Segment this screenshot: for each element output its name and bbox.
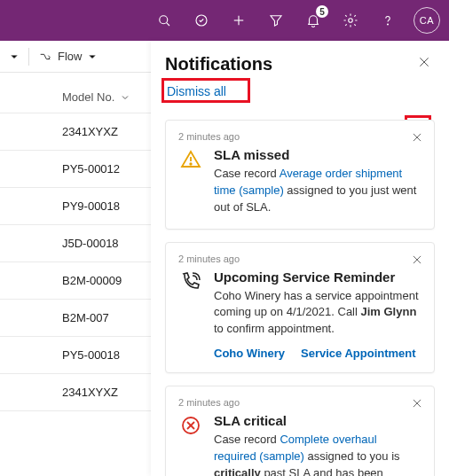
warning-icon (178, 147, 203, 216)
card-timestamp: 2 minutes ago (178, 131, 421, 142)
divider (28, 48, 29, 66)
notification-card-sla-missed: 2 minutes ago SLA missed Case record Ave… (165, 120, 435, 230)
dismiss-all-link[interactable]: Dismiss all (165, 81, 239, 104)
card-body-text: Case record Complete overhaul required (… (214, 432, 421, 476)
card-action-link[interactable]: Service Appointment (301, 347, 416, 360)
dismiss-card-button[interactable] (409, 395, 425, 411)
panel-title: Notifications (165, 54, 272, 74)
svg-point-0 (160, 16, 168, 24)
dismiss-card-button[interactable] (409, 252, 425, 268)
app-topbar: 5 CA (0, 0, 449, 41)
table-row[interactable]: PY5-00018 (0, 336, 151, 373)
task-icon[interactable] (186, 5, 217, 35)
close-panel-button[interactable] (414, 51, 435, 77)
dismiss-card-button[interactable] (409, 129, 425, 145)
search-icon[interactable] (149, 5, 179, 35)
add-icon[interactable] (224, 5, 254, 35)
table-row[interactable]: 2341XYXZ (0, 113, 151, 150)
filter-icon[interactable] (261, 5, 291, 35)
table-row[interactable]: 2341XYXZ (0, 373, 151, 411)
notification-card-service-reminder: 2 minutes ago Upcoming Service Reminder … (165, 242, 435, 374)
data-grid: Model No. 2341XYXZ PY5-00012 PY9-00018 J… (0, 73, 151, 411)
card-timestamp: 2 minutes ago (178, 397, 421, 408)
bell-icon[interactable]: 5 (298, 5, 328, 35)
table-row[interactable]: PY5-00012 (0, 150, 151, 187)
phone-icon (178, 269, 203, 361)
svg-line-1 (167, 23, 169, 26)
column-header-model-no[interactable]: Model No. (0, 73, 151, 113)
svg-point-6 (388, 24, 389, 25)
contact-name: Jim Glynn (361, 305, 417, 318)
card-timestamp: 2 minutes ago (178, 254, 421, 264)
card-title: Upcoming Service Reminder (214, 269, 421, 285)
flow-menu[interactable]: Flow (38, 50, 98, 64)
card-body-text: Case record Average order shipment time … (214, 166, 421, 216)
help-icon[interactable] (373, 5, 403, 35)
table-row[interactable]: B2M-00009 (0, 261, 151, 299)
avatar-initials: CA (420, 15, 434, 26)
flow-label: Flow (58, 50, 82, 63)
card-action-link[interactable]: Coho Winery (214, 347, 285, 360)
svg-point-12 (190, 163, 192, 165)
notification-badge: 5 (316, 5, 328, 18)
view-switcher[interactable] (9, 51, 20, 62)
svg-point-5 (349, 19, 353, 23)
table-row[interactable]: B2M-007 (0, 299, 151, 336)
card-title: SLA missed (214, 147, 421, 162)
table-row[interactable]: PY9-00018 (0, 187, 151, 224)
error-icon (178, 413, 203, 476)
settings-icon[interactable] (335, 5, 366, 35)
avatar[interactable]: CA (414, 7, 440, 34)
table-row[interactable]: J5D-00018 (0, 224, 151, 261)
notifications-panel: Notifications Dismiss all 2 minutes ago … (151, 41, 449, 476)
card-title: SLA critical (214, 413, 421, 428)
notification-card-sla-critical: 2 minutes ago SLA critical Case record C… (165, 386, 435, 476)
card-body-text: Coho Winery has a service appointment co… (214, 288, 421, 339)
